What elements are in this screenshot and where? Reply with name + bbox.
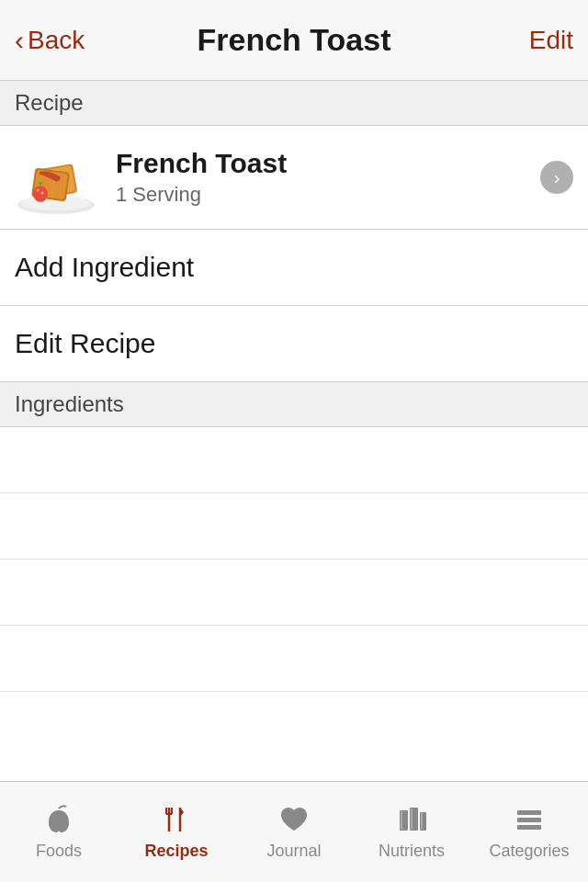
recipe-info: French Toast 1 Serving bbox=[116, 148, 540, 207]
recipe-detail-chevron-icon[interactable]: › bbox=[540, 161, 573, 194]
recipe-section-label: Recipe bbox=[0, 81, 588, 126]
add-ingredient-row[interactable]: Add Ingredient bbox=[0, 230, 588, 306]
menu-icon bbox=[513, 803, 546, 836]
svg-point-8 bbox=[37, 189, 40, 192]
ingredient-row-3 bbox=[0, 560, 588, 626]
add-ingredient-label: Add Ingredient bbox=[15, 252, 194, 283]
svg-rect-23 bbox=[517, 818, 541, 822]
fork-knife-icon bbox=[160, 803, 193, 836]
tab-categories[interactable]: Categories bbox=[470, 782, 588, 882]
tab-nutrients-label: Nutrients bbox=[379, 842, 445, 861]
ingredients-section-label: Ingredients bbox=[0, 382, 588, 427]
svg-rect-19 bbox=[411, 808, 413, 830]
tab-foods[interactable]: Foods bbox=[0, 782, 118, 882]
back-label: Back bbox=[28, 26, 85, 55]
tab-categories-label: Categories bbox=[489, 842, 569, 861]
ingredient-row-2 bbox=[0, 493, 588, 560]
edit-button[interactable]: Edit bbox=[500, 26, 573, 55]
heart-icon bbox=[277, 803, 311, 836]
svg-rect-22 bbox=[517, 810, 541, 815]
back-button[interactable]: ‹ Back bbox=[15, 25, 88, 56]
ingredient-row-1 bbox=[0, 427, 588, 493]
tab-journal[interactable]: Journal bbox=[235, 782, 353, 882]
svg-point-6 bbox=[33, 186, 48, 202]
ingredient-row-4 bbox=[0, 626, 588, 692]
tab-nutrients[interactable]: Nutrients bbox=[353, 782, 470, 882]
edit-recipe-row[interactable]: Edit Recipe bbox=[0, 306, 588, 382]
tab-recipes-label: Recipes bbox=[144, 842, 208, 861]
recipe-serving: 1 Serving bbox=[116, 183, 540, 207]
svg-rect-17 bbox=[401, 811, 402, 830]
tab-foods-label: Foods bbox=[36, 842, 82, 861]
page-title: French Toast bbox=[88, 22, 500, 58]
svg-rect-21 bbox=[421, 813, 423, 830]
tab-recipes[interactable]: Recipes bbox=[118, 782, 235, 882]
back-chevron-icon: ‹ bbox=[15, 25, 24, 56]
edit-recipe-label: Edit Recipe bbox=[15, 328, 155, 359]
recipe-name: French Toast bbox=[116, 148, 540, 179]
books-icon bbox=[395, 803, 428, 836]
header: ‹ Back French Toast Edit bbox=[0, 0, 588, 81]
svg-rect-24 bbox=[517, 825, 541, 830]
recipe-row[interactable]: French Toast 1 Serving › bbox=[0, 126, 588, 230]
tab-journal-label: Journal bbox=[266, 842, 321, 861]
svg-point-9 bbox=[41, 192, 44, 195]
recipe-image bbox=[15, 141, 97, 214]
tab-bar: Foods Recipes Journal bbox=[0, 781, 588, 882]
apple-icon bbox=[42, 803, 75, 836]
